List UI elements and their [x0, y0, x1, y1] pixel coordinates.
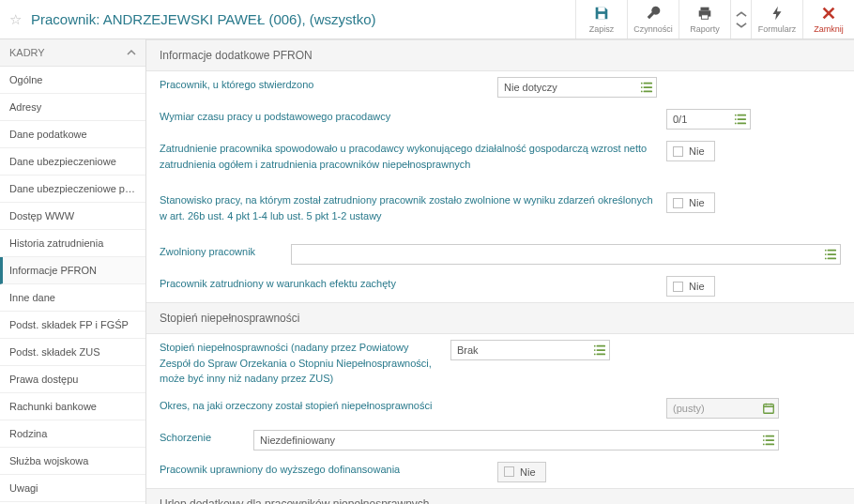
sidebar-item[interactable]: Dane ubezpieczeniowe: [0, 148, 145, 176]
detected-disability-input[interactable]: [497, 77, 657, 98]
list-icon: [593, 344, 606, 357]
field-label: Zatrudnienie pracownika spowodowało u pr…: [160, 141, 657, 172]
sidebar-item[interactable]: Dostęp WWW: [0, 203, 145, 230]
sidebar-item[interactable]: Adresy: [0, 94, 145, 121]
field-label: Pracownik, u którego stwierdzono: [160, 77, 488, 93]
toolbar: Zapisz Czynności Raporty Formularz Zamkn…: [575, 0, 854, 38]
higher-funding-checkbox: Nie: [497, 462, 546, 482]
sidebar-item[interactable]: Dane podatkowe: [0, 121, 145, 148]
actions-button[interactable]: Czynności: [627, 0, 679, 38]
disability-period-field[interactable]: [666, 398, 779, 419]
sidebar-item[interactable]: Inne dane: [0, 284, 145, 312]
ailment-select[interactable]: [253, 430, 779, 451]
field-label: Pracownik uprawniony do wyższego dofinan…: [160, 462, 488, 478]
sidebar-item[interactable]: Podst. składek FP i FGŚP: [0, 312, 145, 339]
field-label: Schorzenie: [160, 430, 244, 446]
ailment-input[interactable]: [253, 430, 779, 451]
sidebar-item[interactable]: Podst. składek ZUS: [0, 339, 145, 366]
sidebar-item[interactable]: Ogólne: [0, 67, 145, 94]
sidebar-item[interactable]: Rachunki bankowe: [0, 393, 145, 420]
incentive-effect-checkbox[interactable]: Nie: [666, 276, 715, 297]
favorite-star-icon[interactable]: ☆: [0, 11, 31, 28]
close-button[interactable]: Zamknij: [802, 0, 854, 38]
field-label: Pracownik zatrudniony w warunkach efektu…: [160, 276, 488, 292]
disability-degree-select[interactable]: [450, 340, 610, 360]
calendar-icon: [762, 402, 775, 415]
close-icon: [820, 5, 837, 22]
detected-disability-select[interactable]: [497, 77, 657, 98]
field-label: Zwolniony pracownik: [160, 244, 282, 260]
work-time-field[interactable]: [666, 109, 751, 130]
bolt-icon: [769, 5, 785, 22]
sidebar-item[interactable]: Dane ubezpieczeniowe pozos...: [0, 176, 145, 203]
disability-degree-input[interactable]: [450, 340, 610, 360]
field-label: Stanowisko pracy, na którym został zatru…: [160, 192, 657, 223]
save-icon: [593, 5, 610, 22]
expand-toggle-button[interactable]: [730, 0, 751, 38]
dismissed-employee-field[interactable]: [291, 244, 841, 265]
wrench-icon: [645, 5, 662, 22]
field-label: Stopień niepełnosprawności (nadany przez…: [160, 340, 441, 387]
list-icon: [640, 81, 653, 94]
sidebar: KADRY OgólneAdresyDane podatkoweDane ube…: [0, 39, 146, 504]
content: Informacje dodatkowe PFRON Pracownik, u …: [146, 39, 854, 504]
reports-button[interactable]: Raporty: [679, 0, 730, 38]
printer-icon: [696, 5, 713, 22]
section-header-stopien: Stopień niepełnosprawności: [146, 302, 854, 334]
list-icon: [734, 113, 747, 126]
save-button[interactable]: Zapisz: [575, 0, 627, 38]
sidebar-item[interactable]: Rodzina: [0, 420, 145, 448]
sidebar-item[interactable]: Uwagi: [0, 475, 145, 502]
list-icon: [824, 248, 837, 261]
header: ☆ Pracownik: ANDRZEJEWSKI PAWEŁ (006), (…: [0, 0, 854, 39]
field-label: Okres, na jaki orzeczony został stopień …: [160, 398, 488, 414]
double-chevron-icon: [733, 11, 750, 28]
field-label: Wymiar czasu pracy u podstawowego pracod…: [160, 109, 488, 125]
section-header-pfron: Informacje dodatkowe PFRON: [146, 39, 854, 71]
sidebar-item[interactable]: Służba wojskowa: [0, 448, 145, 475]
dismissed-employee-input[interactable]: [291, 244, 841, 265]
chevron-up-icon: [127, 48, 136, 57]
sidebar-item[interactable]: Prawa dostępu: [0, 366, 145, 393]
sidebar-item[interactable]: Historia zatrudnienia: [0, 230, 145, 257]
net-growth-checkbox[interactable]: Nie: [666, 141, 715, 161]
form-button[interactable]: Formularz: [751, 0, 802, 38]
sidebar-item[interactable]: Informacje PFRON: [0, 257, 145, 284]
section-header-urlop: Urlop dodatkowy dla pracowników niepełno…: [146, 488, 854, 505]
sidebar-group-kadry[interactable]: KADRY: [0, 39, 145, 67]
list-icon: [762, 434, 775, 447]
page-title: Pracownik: ANDRZEJEWSKI PAWEŁ (006), (ws…: [31, 11, 575, 27]
position-released-checkbox[interactable]: Nie: [666, 192, 715, 213]
